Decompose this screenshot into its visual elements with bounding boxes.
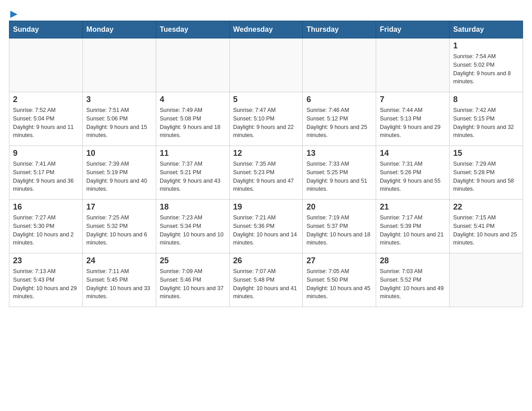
day-number: 7 — [380, 95, 446, 104]
calendar-week-5: 23Sunrise: 7:13 AMSunset: 5:43 PMDayligh… — [9, 253, 523, 307]
day-info: Sunrise: 7:44 AMSunset: 5:13 PMDaylight:… — [380, 106, 446, 140]
day-info: Sunrise: 7:29 AMSunset: 5:28 PMDaylight:… — [453, 160, 519, 193]
calendar-cell: 4Sunrise: 7:49 AMSunset: 5:08 PMDaylight… — [156, 92, 229, 146]
calendar-cell — [9, 39, 83, 92]
day-info: Sunrise: 7:05 AMSunset: 5:50 PMDaylight:… — [306, 267, 372, 301]
day-number: 12 — [233, 149, 299, 158]
day-number: 19 — [233, 202, 299, 212]
day-info: Sunrise: 7:19 AMSunset: 5:37 PMDaylight:… — [306, 214, 372, 247]
calendar-cell: 13Sunrise: 7:33 AMSunset: 5:25 PMDayligh… — [303, 146, 376, 200]
day-number: 20 — [306, 202, 372, 212]
calendar-table: SundayMondayTuesdayWednesdayThursdayFrid… — [9, 21, 523, 307]
day-info: Sunrise: 7:23 AMSunset: 5:34 PMDaylight:… — [160, 214, 226, 247]
day-info: Sunrise: 7:03 AMSunset: 5:52 PMDaylight:… — [380, 267, 446, 301]
page-header — [9, 9, 523, 16]
calendar-cell: 14Sunrise: 7:31 AMSunset: 5:26 PMDayligh… — [376, 146, 450, 200]
day-number: 15 — [453, 149, 519, 158]
day-info: Sunrise: 7:17 AMSunset: 5:39 PMDaylight:… — [380, 214, 446, 247]
day-number: 21 — [380, 202, 446, 212]
calendar-cell: 1Sunrise: 7:54 AMSunset: 5:02 PMDaylight… — [450, 39, 523, 92]
day-number: 25 — [160, 256, 226, 265]
day-number: 17 — [86, 202, 152, 212]
weekday-header-saturday: Saturday — [450, 21, 523, 39]
day-number: 5 — [233, 95, 299, 104]
calendar-cell: 23Sunrise: 7:13 AMSunset: 5:43 PMDayligh… — [9, 253, 83, 307]
day-number: 14 — [380, 149, 446, 158]
calendar-cell — [303, 39, 376, 92]
day-number: 11 — [160, 149, 226, 158]
calendar-cell: 3Sunrise: 7:51 AMSunset: 5:06 PMDaylight… — [82, 92, 156, 146]
weekday-header-monday: Monday — [82, 21, 156, 39]
day-number: 3 — [86, 95, 152, 104]
day-number: 9 — [13, 149, 79, 158]
calendar-cell: 12Sunrise: 7:35 AMSunset: 5:23 PMDayligh… — [229, 146, 303, 200]
weekday-header-friday: Friday — [376, 21, 450, 39]
day-info: Sunrise: 7:21 AMSunset: 5:36 PMDaylight:… — [233, 214, 299, 247]
calendar-cell: 11Sunrise: 7:37 AMSunset: 5:21 PMDayligh… — [156, 146, 229, 200]
day-number: 8 — [453, 95, 519, 104]
day-number: 24 — [86, 256, 152, 265]
day-number: 13 — [306, 149, 372, 158]
day-info: Sunrise: 7:52 AMSunset: 5:04 PMDaylight:… — [13, 106, 79, 140]
day-info: Sunrise: 7:27 AMSunset: 5:30 PMDaylight:… — [13, 214, 79, 247]
calendar-week-4: 16Sunrise: 7:27 AMSunset: 5:30 PMDayligh… — [9, 200, 523, 253]
calendar-cell — [450, 253, 523, 307]
calendar-week-2: 2Sunrise: 7:52 AMSunset: 5:04 PMDaylight… — [9, 92, 523, 146]
day-number: 4 — [160, 95, 226, 104]
calendar-cell: 20Sunrise: 7:19 AMSunset: 5:37 PMDayligh… — [303, 200, 376, 253]
weekday-header-sunday: Sunday — [9, 21, 83, 39]
day-number: 10 — [86, 149, 152, 158]
day-info: Sunrise: 7:35 AMSunset: 5:23 PMDaylight:… — [233, 160, 299, 193]
day-number: 16 — [13, 202, 79, 212]
day-info: Sunrise: 7:41 AMSunset: 5:17 PMDaylight:… — [13, 160, 79, 193]
day-number: 27 — [306, 256, 372, 265]
calendar-cell: 16Sunrise: 7:27 AMSunset: 5:30 PMDayligh… — [9, 200, 83, 253]
weekday-header-tuesday: Tuesday — [156, 21, 229, 39]
day-number: 2 — [13, 95, 79, 104]
logo — [9, 9, 18, 16]
day-number: 23 — [13, 256, 79, 265]
calendar-cell — [376, 39, 450, 92]
calendar-cell: 28Sunrise: 7:03 AMSunset: 5:52 PMDayligh… — [376, 253, 450, 307]
calendar-cell: 9Sunrise: 7:41 AMSunset: 5:17 PMDaylight… — [9, 146, 83, 200]
day-info: Sunrise: 7:47 AMSunset: 5:10 PMDaylight:… — [233, 106, 299, 140]
calendar-cell: 17Sunrise: 7:25 AMSunset: 5:32 PMDayligh… — [82, 200, 156, 253]
calendar-cell: 15Sunrise: 7:29 AMSunset: 5:28 PMDayligh… — [450, 146, 523, 200]
calendar-cell: 24Sunrise: 7:11 AMSunset: 5:45 PMDayligh… — [82, 253, 156, 307]
weekday-header-thursday: Thursday — [303, 21, 376, 39]
day-info: Sunrise: 7:25 AMSunset: 5:32 PMDaylight:… — [86, 214, 152, 247]
calendar-cell: 8Sunrise: 7:42 AMSunset: 5:15 PMDaylight… — [450, 92, 523, 146]
calendar-cell: 25Sunrise: 7:09 AMSunset: 5:46 PMDayligh… — [156, 253, 229, 307]
day-number: 18 — [160, 202, 226, 212]
calendar-cell: 6Sunrise: 7:46 AMSunset: 5:12 PMDaylight… — [303, 92, 376, 146]
calendar-cell — [229, 39, 303, 92]
weekday-header-row: SundayMondayTuesdayWednesdayThursdayFrid… — [9, 21, 523, 39]
day-number: 1 — [453, 41, 519, 51]
day-info: Sunrise: 7:51 AMSunset: 5:06 PMDaylight:… — [86, 106, 152, 140]
calendar-cell — [156, 39, 229, 92]
calendar-cell: 7Sunrise: 7:44 AMSunset: 5:13 PMDaylight… — [376, 92, 450, 146]
day-info: Sunrise: 7:09 AMSunset: 5:46 PMDaylight:… — [160, 267, 226, 301]
day-info: Sunrise: 7:54 AMSunset: 5:02 PMDaylight:… — [453, 52, 519, 86]
calendar-cell: 5Sunrise: 7:47 AMSunset: 5:10 PMDaylight… — [229, 92, 303, 146]
day-info: Sunrise: 7:49 AMSunset: 5:08 PMDaylight:… — [160, 106, 226, 140]
calendar-week-3: 9Sunrise: 7:41 AMSunset: 5:17 PMDaylight… — [9, 146, 523, 200]
calendar-cell: 26Sunrise: 7:07 AMSunset: 5:48 PMDayligh… — [229, 253, 303, 307]
calendar-week-1: 1Sunrise: 7:54 AMSunset: 5:02 PMDaylight… — [9, 39, 523, 92]
calendar-cell: 18Sunrise: 7:23 AMSunset: 5:34 PMDayligh… — [156, 200, 229, 253]
day-number: 6 — [306, 95, 372, 104]
svg-marker-0 — [10, 11, 17, 18]
logo-arrow-icon — [9, 10, 18, 19]
calendar-cell: 2Sunrise: 7:52 AMSunset: 5:04 PMDaylight… — [9, 92, 83, 146]
day-info: Sunrise: 7:07 AMSunset: 5:48 PMDaylight:… — [233, 267, 299, 301]
day-info: Sunrise: 7:39 AMSunset: 5:19 PMDaylight:… — [86, 160, 152, 193]
day-info: Sunrise: 7:37 AMSunset: 5:21 PMDaylight:… — [160, 160, 226, 193]
calendar-cell: 21Sunrise: 7:17 AMSunset: 5:39 PMDayligh… — [376, 200, 450, 253]
day-info: Sunrise: 7:11 AMSunset: 5:45 PMDaylight:… — [86, 267, 152, 301]
day-info: Sunrise: 7:42 AMSunset: 5:15 PMDaylight:… — [453, 106, 519, 140]
day-info: Sunrise: 7:31 AMSunset: 5:26 PMDaylight:… — [380, 160, 446, 193]
calendar-cell: 22Sunrise: 7:15 AMSunset: 5:41 PMDayligh… — [450, 200, 523, 253]
day-number: 22 — [453, 202, 519, 212]
calendar-cell: 27Sunrise: 7:05 AMSunset: 5:50 PMDayligh… — [303, 253, 376, 307]
weekday-header-wednesday: Wednesday — [229, 21, 303, 39]
